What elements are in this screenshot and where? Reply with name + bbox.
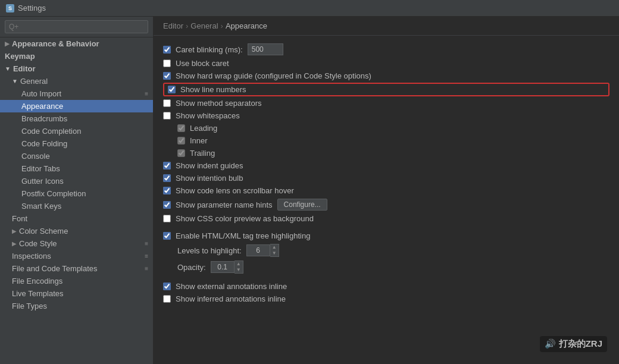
caret-blinking-checkbox[interactable] — [163, 46, 171, 54]
show-css-color-preview-label[interactable]: Show CSS color preview as background — [176, 214, 314, 223]
sidebar-item-label: Gutter Icons — [21, 177, 64, 186]
sidebar-item-keymap[interactable]: Keymap — [0, 50, 153, 62]
show-intention-bulb-label[interactable]: Show intention bulb — [176, 174, 243, 183]
leading-checkbox[interactable] — [177, 124, 185, 132]
search-box[interactable] — [0, 17, 153, 37]
opacity-spinner-down[interactable]: ▼ — [235, 267, 243, 273]
enable-html-xml-label[interactable]: Enable HTML/XML tag tree highlighting — [176, 231, 310, 240]
show-css-color-preview-checkbox[interactable] — [163, 215, 171, 222]
sidebar-item-auto-import[interactable]: Auto Import ≡ — [0, 87, 153, 100]
show-hard-wrap-label[interactable]: Show hard wrap guide (configured in Code… — [176, 71, 371, 80]
leading-label: Leading — [190, 124, 217, 133]
show-inferred-annotations-checkbox[interactable] — [163, 295, 171, 303]
sidebar-item-general[interactable]: ▼ General — [0, 75, 153, 87]
sidebar-item-code-folding[interactable]: Code Folding — [0, 137, 153, 150]
sidebar-item-label: Inspections — [12, 252, 51, 261]
arrow-icon: ▶ — [12, 228, 17, 234]
show-indent-guides-checkbox[interactable] — [163, 162, 171, 170]
setting-leading: Leading — [163, 122, 609, 134]
show-method-separators-checkbox[interactable] — [163, 99, 171, 107]
sidebar-item-editor[interactable]: ▼ Editor — [0, 62, 153, 75]
badge: ≡ — [145, 240, 148, 247]
arrow-icon: ▶ — [5, 40, 10, 47]
opacity-input[interactable] — [211, 261, 235, 273]
spinner-down[interactable]: ▼ — [270, 250, 279, 256]
setting-show-css-color-preview: Show CSS color preview as background — [163, 212, 609, 225]
sidebar-item-editor-tabs[interactable]: Editor Tabs — [0, 162, 153, 175]
configure-button[interactable]: Configure... — [277, 199, 327, 211]
enable-html-xml-checkbox[interactable] — [163, 232, 171, 240]
sidebar-item-file-encodings[interactable]: File Encodings — [0, 275, 153, 287]
caret-blinking-label[interactable]: Caret blinking (ms): — [176, 45, 243, 54]
show-parameter-hints-label[interactable]: Show parameter name hints — [176, 200, 273, 209]
setting-show-parameter-hints: Show parameter name hints Configure... — [163, 197, 609, 212]
sidebar-item-file-code-templates[interactable]: File and Code Templates ≡ — [0, 262, 153, 275]
main-container: ▶ Appearance & Behavior Keymap ▼ Editor … — [0, 17, 619, 364]
setting-opacity: Opacity: ▲ ▼ — [163, 259, 609, 275]
section-gap — [163, 225, 609, 230]
sidebar-item-smart-keys[interactable]: Smart Keys — [0, 200, 153, 212]
sidebar-item-label: General — [20, 77, 48, 86]
title-bar: S Settings — [0, 0, 619, 17]
arrow-icon: ▼ — [12, 78, 18, 84]
inner-checkbox[interactable] — [177, 137, 185, 145]
show-external-annotations-checkbox[interactable] — [163, 283, 171, 290]
spinner-arrows-opacity: ▲ ▼ — [235, 261, 243, 274]
inner-label: Inner — [190, 136, 208, 145]
sidebar-item-gutter-icons[interactable]: Gutter Icons — [0, 175, 153, 187]
sidebar-item-label: Code Folding — [21, 139, 67, 148]
spinner-up[interactable]: ▲ — [270, 244, 279, 250]
show-line-numbers-checkbox[interactable] — [168, 86, 176, 93]
show-intention-bulb-checkbox[interactable] — [163, 174, 171, 182]
sidebar-item-postfix-completion[interactable]: Postfix Completion — [0, 187, 153, 200]
show-whitespaces-checkbox[interactable] — [163, 112, 171, 120]
trailing-checkbox[interactable] — [177, 149, 185, 157]
setting-show-indent-guides: Show indent guides — [163, 159, 609, 172]
use-block-caret-checkbox[interactable] — [163, 59, 171, 67]
sidebar-item-color-scheme[interactable]: ▶ Color Scheme — [0, 225, 153, 237]
sidebar-item-label: Editor Tabs — [21, 164, 60, 173]
setting-show-method-separators: Show method separators — [163, 97, 609, 109]
show-inferred-annotations-label[interactable]: Show inferred annotations inline — [176, 294, 286, 303]
sidebar-item-code-completion[interactable]: Code Completion — [0, 125, 153, 137]
sidebar-item-appearance-behavior[interactable]: ▶ Appearance & Behavior — [0, 37, 153, 50]
setting-levels-to-highlight: Levels to highlight: ▲ ▼ — [163, 242, 609, 259]
sidebar-item-label: Code Completion — [21, 127, 81, 136]
sidebar-item-appearance[interactable]: Appearance — [0, 100, 153, 112]
levels-to-highlight-input[interactable] — [246, 244, 270, 256]
sidebar-item-file-types[interactable]: File Types — [0, 300, 153, 312]
use-block-caret-label[interactable]: Use block caret — [176, 59, 229, 68]
sidebar-item-code-style[interactable]: ▶ Code Style ≡ — [0, 237, 153, 250]
setting-show-intention-bulb: Show intention bulb — [163, 172, 609, 184]
trailing-label: Trailing — [190, 149, 215, 158]
show-method-separators-label[interactable]: Show method separators — [176, 99, 262, 108]
arrow-icon: ▼ — [5, 65, 11, 72]
opacity-spinner-up[interactable]: ▲ — [235, 261, 243, 267]
sidebar-item-label: Breadcrumbs — [21, 114, 67, 123]
sidebar-item-label: Editor — [13, 64, 36, 73]
show-indent-guides-label[interactable]: Show indent guides — [176, 161, 243, 170]
show-code-lens-label[interactable]: Show code lens on scrollbar hover — [176, 186, 294, 195]
show-code-lens-checkbox[interactable] — [163, 187, 171, 194]
show-line-numbers-label[interactable]: Show line numbers — [180, 85, 246, 94]
sidebar-item-label: Appearance & Behavior — [12, 39, 99, 48]
setting-show-inferred-annotations: Show inferred annotations inline — [163, 293, 609, 305]
arrow-icon: ▶ — [12, 240, 17, 247]
sidebar-item-label: File Encodings — [12, 277, 62, 285]
sidebar-item-font[interactable]: Font — [0, 212, 153, 225]
section-gap-2 — [163, 275, 609, 280]
show-hard-wrap-checkbox[interactable] — [163, 72, 171, 80]
show-whitespaces-label[interactable]: Show whitespaces — [176, 111, 240, 120]
search-input[interactable] — [5, 20, 148, 33]
sidebar-item-label: File and Code Templates — [12, 264, 98, 273]
setting-trailing: Trailing — [163, 147, 609, 159]
show-parameter-hints-checkbox[interactable] — [163, 201, 171, 209]
sidebar-item-inspections[interactable]: Inspections ≡ — [0, 250, 153, 262]
sidebar-item-breadcrumbs[interactable]: Breadcrumbs — [0, 112, 153, 125]
sidebar-item-console[interactable]: Console — [0, 150, 153, 162]
show-external-annotations-label[interactable]: Show external annotations inline — [176, 282, 287, 291]
caret-blinking-input[interactable] — [248, 43, 283, 55]
opacity-spinner: ▲ ▼ — [211, 261, 243, 274]
levels-to-highlight-spinner: ▲ ▼ — [246, 244, 279, 257]
sidebar-item-live-templates[interactable]: Live Templates — [0, 287, 153, 300]
